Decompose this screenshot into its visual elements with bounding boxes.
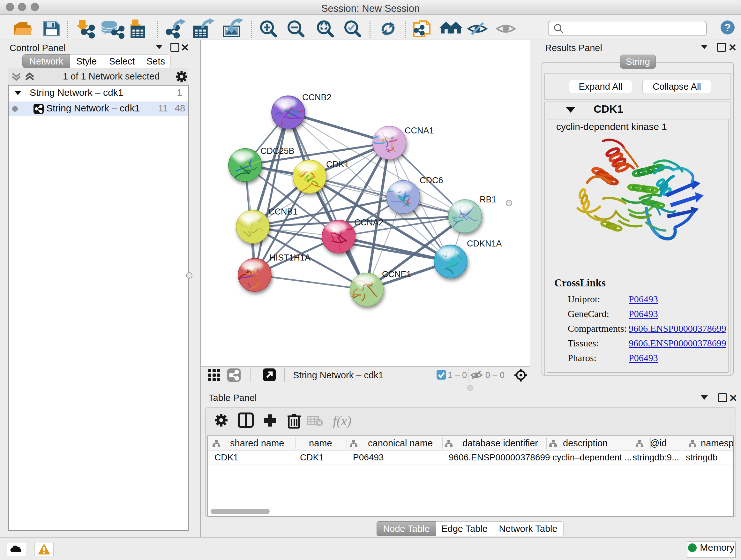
svg-text:P06493: P06493 <box>353 452 384 462</box>
svg-text:CDKN1A: CDKN1A <box>467 239 502 248</box>
svg-text:HIST1H1A: HIST1H1A <box>269 253 311 262</box>
svg-text:CDC6: CDC6 <box>420 176 443 185</box>
svg-text:String Network – cdk1: String Network – cdk1 <box>293 370 384 380</box>
svg-text:name: name <box>309 438 332 448</box>
svg-text:stringdb: stringdb <box>686 452 718 462</box>
svg-text:CCNE1: CCNE1 <box>382 269 411 279</box>
svg-text:RB1: RB1 <box>480 195 496 204</box>
svg-text:9606.ENSP00000378699: 9606.ENSP00000378699 <box>449 452 550 462</box>
svg-text:shared name: shared name <box>230 438 284 448</box>
svg-text:CCNB2: CCNB2 <box>302 92 332 102</box>
svg-text:stringdb:9...: stringdb:9... <box>632 452 679 462</box>
svg-text:CDK1: CDK1 <box>300 452 324 462</box>
svg-text:database identifier: database identifier <box>462 438 538 448</box>
svg-text:description: description <box>563 438 608 448</box>
svg-text:CDK1: CDK1 <box>214 452 239 462</box>
svg-text:CCNA1: CCNA1 <box>405 126 434 135</box>
svg-text:CCNA2: CCNA2 <box>354 218 384 227</box>
svg-text:namespac: namespac <box>701 438 733 448</box>
svg-text:canonical name: canonical name <box>368 438 433 448</box>
svg-text:1 – 0: 1 – 0 <box>448 370 467 380</box>
svg-text:@id: @id <box>650 438 667 448</box>
svg-text:CDC25B: CDC25B <box>260 146 294 156</box>
svg-text:CDK1: CDK1 <box>326 160 349 169</box>
svg-text:CCNB1: CCNB1 <box>268 207 298 216</box>
svg-text:?: ? <box>724 21 731 34</box>
svg-text:f(x): f(x) <box>333 414 351 428</box>
svg-text:cyclin–dependent ...: cyclin–dependent ... <box>552 452 632 462</box>
svg-text:0 – 0: 0 – 0 <box>485 370 504 380</box>
